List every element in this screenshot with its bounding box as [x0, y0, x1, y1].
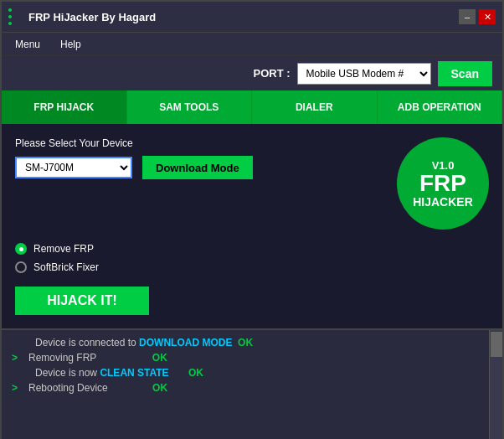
log-row-1: > Removing FRP OK — [12, 352, 479, 364]
option-softbrick[interactable]: SoftBrick Fixer — [15, 261, 489, 273]
tab-frp-hijack[interactable]: FRP HIJACK — [2, 90, 127, 124]
window-controls: – ✕ — [459, 9, 496, 24]
main-panel: Please Select Your Device SM-J700M SM-J7… — [2, 124, 502, 328]
device-left: Please Select Your Device SM-J700M SM-J7… — [15, 137, 377, 179]
options-section: Remove FRP SoftBrick Fixer — [15, 240, 489, 273]
menu-item-menu[interactable]: Menu — [12, 37, 44, 52]
log-row-3: > Rebooting Device OK — [12, 382, 479, 394]
frp-badge: V1.0 FRP HIJACKER — [397, 137, 489, 230]
main-window: FRP HiJacker By Hagard – ✕ Menu Help POR… — [0, 0, 504, 439]
title-bar: FRP HiJacker By Hagard – ✕ — [2, 2, 502, 32]
tab-sam-tools[interactable]: SAM TOOLS — [127, 90, 253, 124]
log-content: Device is connected to DOWNLOAD MODE OK … — [2, 330, 489, 439]
log-row-0: Device is connected to DOWNLOAD MODE OK — [12, 337, 479, 349]
log-section: Device is connected to DOWNLOAD MODE OK … — [2, 328, 502, 439]
option-remove-frp-label: Remove FRP — [33, 243, 94, 255]
minimize-button[interactable]: – — [459, 9, 476, 24]
close-button[interactable]: ✕ — [479, 9, 496, 24]
log-text-0: Device is connected to DOWNLOAD MODE OK — [35, 337, 253, 349]
log-text-2: Device is now CLEAN STATE OK — [35, 367, 203, 379]
device-select-row: SM-J700M SM-J700F SM-J700T Download Mode — [15, 156, 377, 179]
log-scrollbar[interactable] — [489, 330, 502, 439]
badge-title: FRP — [419, 172, 466, 195]
log-arrow-3: > — [12, 382, 22, 394]
device-section: Please Select Your Device SM-J700M SM-J7… — [15, 137, 489, 230]
log-text-1: Removing FRP OK — [28, 352, 167, 364]
scrollbar-thumb[interactable] — [491, 332, 502, 357]
radio-remove-frp[interactable] — [15, 243, 27, 255]
option-remove-frp[interactable]: Remove FRP — [15, 243, 489, 255]
app-icon — [8, 8, 22, 25]
port-label: PORT : — [253, 67, 290, 80]
radio-softbrick[interactable] — [15, 261, 27, 273]
tab-adb-operation[interactable]: ADB OPERATION — [378, 90, 503, 124]
window-title: FRP HiJacker By Hagard — [28, 11, 459, 23]
log-row-2: Device is now CLEAN STATE OK — [12, 367, 479, 379]
option-softbrick-label: SoftBrick Fixer — [33, 261, 99, 273]
hijack-button[interactable]: HIJACK IT! — [15, 287, 149, 315]
menu-bar: Menu Help — [2, 32, 502, 55]
log-arrow-1: > — [12, 352, 22, 364]
port-bar: PORT : Mobile USB Modem # Scan — [2, 55, 502, 90]
device-select[interactable]: SM-J700M SM-J700F SM-J700T — [15, 157, 132, 178]
log-text-3: Rebooting Device OK — [28, 382, 167, 394]
download-mode-button[interactable]: Download Mode — [142, 156, 253, 179]
scan-button[interactable]: Scan — [438, 61, 492, 86]
port-select[interactable]: Mobile USB Modem # — [297, 63, 431, 85]
badge-subtitle: HIJACKER — [413, 195, 473, 209]
menu-item-help[interactable]: Help — [57, 37, 85, 52]
tab-bar: FRP HIJACK SAM TOOLS DIALER ADB OPERATIO… — [2, 90, 502, 124]
tab-dialer[interactable]: DIALER — [252, 90, 378, 124]
device-label: Please Select Your Device — [15, 137, 377, 149]
